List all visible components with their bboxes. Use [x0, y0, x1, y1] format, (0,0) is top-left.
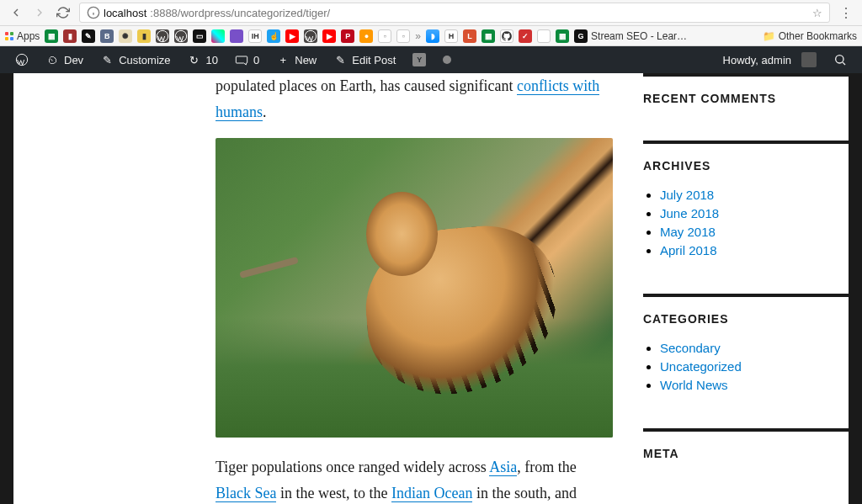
- wp-search[interactable]: [825, 46, 855, 73]
- widget-recent-comments: Recent Comments: [643, 73, 849, 105]
- bookmark-bar: Apps ▦ ▮ ✎ B ✺ ▮ ▭ IH ☝ ▶ ▶ P ● ▫ ▫ » ◗ …: [0, 26, 862, 46]
- bookmark-icon[interactable]: [230, 29, 243, 43]
- bookmark-icon[interactable]: ▫: [396, 29, 410, 43]
- widget-title: Archives: [643, 159, 849, 172]
- star-icon[interactable]: ☆: [812, 7, 822, 19]
- wp-comments[interactable]: 0: [226, 46, 268, 73]
- url-path: :8888/wordpress/uncategorized/tiger/: [150, 7, 330, 19]
- bookmark-icon[interactable]: IH: [248, 29, 262, 43]
- chevron-right-icon[interactable]: »: [415, 30, 421, 42]
- wp-edit-post[interactable]: ✎Edit Post: [325, 46, 404, 73]
- browser-menu-button[interactable]: ⋮: [835, 5, 857, 21]
- wp-yoast[interactable]: Y: [404, 46, 434, 73]
- widget-meta: Meta: [643, 428, 849, 460]
- other-bookmarks[interactable]: 📁Other Bookmarks: [763, 30, 857, 42]
- list-item: July 2018: [660, 188, 849, 203]
- wp-logo[interactable]: [7, 46, 37, 73]
- widget-archives: Archives July 2018 June 2018 May 2018 Ap…: [643, 141, 849, 258]
- list-item: World News: [660, 378, 849, 393]
- wordpress-icon[interactable]: [156, 29, 169, 43]
- wordpress-icon[interactable]: [174, 29, 188, 43]
- bookmark-icon[interactable]: ▫: [378, 29, 391, 43]
- link-indian-ocean[interactable]: Indian Ocean: [391, 485, 472, 502]
- list-item: May 2018: [660, 225, 849, 240]
- bookmark-stream-seo[interactable]: GStream SEO - Lear…: [574, 29, 687, 43]
- bookmark-icon[interactable]: ✓: [519, 29, 532, 43]
- category-link[interactable]: Secondary: [660, 341, 721, 355]
- info-icon: [87, 6, 100, 19]
- bookmark-icon[interactable]: ▦: [482, 29, 495, 43]
- wp-admin-bar: ⏲Dev ✎Customize ↻10 0 +New ✎Edit Post Y …: [0, 46, 862, 73]
- bookmark-icon[interactable]: ▦: [45, 29, 58, 43]
- article-paragraph: populated places on Earth, has caused si…: [216, 73, 613, 125]
- bookmark-icon[interactable]: ✺: [119, 29, 132, 43]
- bookmark-icon[interactable]: ◗: [426, 29, 439, 43]
- article-paragraph: Tiger populations once ranged widely acr…: [216, 454, 613, 504]
- archive-link[interactable]: June 2018: [660, 206, 719, 220]
- bookmark-icon[interactable]: ▮: [137, 29, 151, 43]
- bookmark-icon[interactable]: L: [463, 29, 476, 43]
- wp-updates[interactable]: ↻10: [179, 46, 226, 73]
- forward-button[interactable]: [29, 2, 51, 24]
- widget-title: Meta: [643, 447, 849, 460]
- page-body: populated places on Earth, has caused si…: [0, 73, 862, 504]
- bookmark-icon[interactable]: ▦: [556, 29, 569, 43]
- pinterest-icon[interactable]: P: [341, 29, 354, 43]
- link-black-sea[interactable]: Black Sea: [216, 485, 276, 502]
- list-item: April 2018: [660, 243, 849, 258]
- bookmark-icon[interactable]: ●: [359, 29, 373, 43]
- category-link[interactable]: World News: [660, 378, 728, 392]
- archive-link[interactable]: July 2018: [660, 188, 714, 202]
- bookmark-icon[interactable]: ✎: [82, 29, 95, 43]
- bookmark-icon[interactable]: H: [444, 29, 458, 43]
- list-item: June 2018: [660, 206, 849, 221]
- bookmark-icon[interactable]: [211, 29, 225, 43]
- wordpress-icon[interactable]: [304, 29, 317, 43]
- widget-title: Categories: [643, 312, 849, 326]
- main-content: populated places on Earth, has caused si…: [13, 73, 643, 504]
- plus-icon: +: [276, 53, 290, 66]
- search-icon: [833, 53, 847, 66]
- bookmark-icon[interactable]: B: [100, 29, 114, 43]
- svg-line-8: [843, 62, 845, 65]
- github-icon[interactable]: [500, 29, 513, 43]
- wp-site-name[interactable]: ⏲Dev: [37, 46, 92, 73]
- widget-title: Recent Comments: [643, 92, 849, 105]
- archive-link[interactable]: May 2018: [660, 225, 716, 239]
- wp-customize[interactable]: ✎Customize: [92, 46, 178, 73]
- sidebar: Recent Comments Archives July 2018 June …: [643, 73, 849, 504]
- category-link[interactable]: Uncategorized: [660, 359, 742, 374]
- archive-link[interactable]: April 2018: [660, 243, 717, 257]
- update-icon: ↻: [188, 53, 201, 66]
- bookmark-icon[interactable]: ⋮: [537, 29, 551, 43]
- bookmark-icon[interactable]: ▮: [63, 29, 77, 43]
- youtube-icon[interactable]: ▶: [285, 29, 299, 43]
- address-bar[interactable]: localhost:8888/wordpress/uncategorized/t…: [79, 3, 830, 23]
- link-asia[interactable]: Asia: [489, 459, 517, 476]
- reload-button[interactable]: [52, 2, 74, 24]
- back-button[interactable]: [5, 2, 27, 24]
- dot-icon: [443, 56, 451, 64]
- list-item: Secondary: [660, 341, 849, 356]
- widget-categories: Categories Secondary Uncategorized World…: [643, 294, 849, 393]
- bookmark-icon[interactable]: ☝: [267, 29, 280, 43]
- wp-howdy[interactable]: Howdy, admin: [715, 46, 825, 73]
- brush-icon: ✎: [100, 53, 114, 66]
- bookmark-icon[interactable]: ▭: [193, 29, 206, 43]
- gauge-icon: ⏲: [45, 53, 59, 66]
- pencil-icon: ✎: [333, 53, 347, 66]
- browser-toolbar: localhost:8888/wordpress/uncategorized/t…: [0, 0, 862, 26]
- tiger-image: [216, 138, 613, 438]
- list-item: Uncategorized: [660, 359, 849, 374]
- wp-new[interactable]: +New: [268, 46, 325, 73]
- svg-point-7: [836, 56, 843, 63]
- yoast-icon: Y: [412, 53, 426, 66]
- apps-button[interactable]: Apps: [5, 30, 40, 42]
- wp-status-dot[interactable]: [434, 46, 460, 73]
- youtube-icon[interactable]: ▶: [322, 29, 336, 43]
- avatar: [801, 52, 817, 67]
- url-host: localhost: [104, 7, 146, 19]
- comment-icon: [235, 53, 248, 66]
